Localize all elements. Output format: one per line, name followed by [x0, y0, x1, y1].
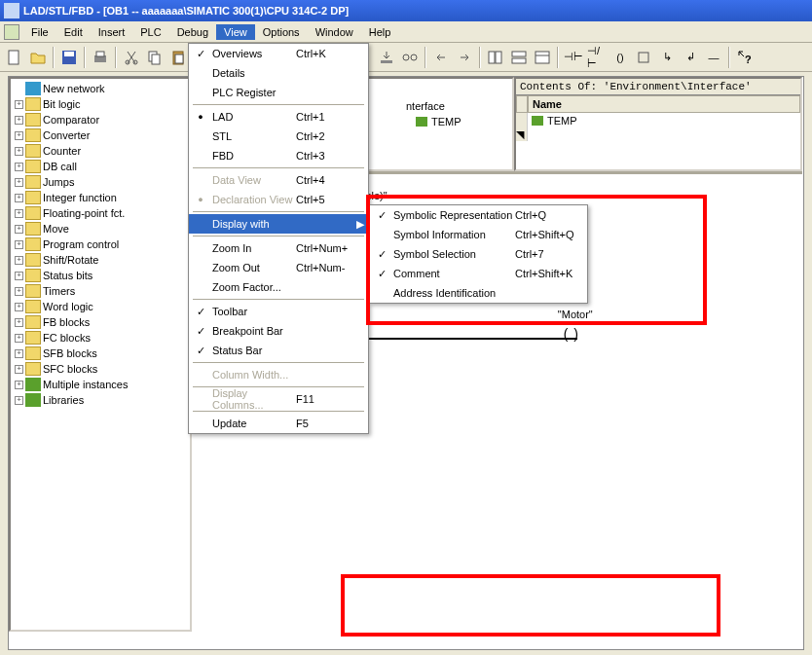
menu-item[interactable]: Display with▶ [189, 214, 368, 234]
expand-icon[interactable]: + [15, 381, 23, 389]
menu-item[interactable]: ✓Breakpoint Bar [189, 321, 368, 341]
tree-item[interactable]: +Shift/Rotate [13, 252, 188, 268]
menu-item[interactable]: ✓Toolbar [189, 302, 368, 321]
mdi-child-icon[interactable] [4, 24, 19, 40]
tree-item[interactable]: +FC blocks [13, 330, 188, 346]
tree-item[interactable]: +New network [13, 81, 188, 96]
open-icon[interactable] [27, 47, 49, 68]
nav-left-icon[interactable] [430, 47, 452, 68]
menu-item[interactable]: Address Identification [370, 283, 587, 303]
coil-icon[interactable]: () [609, 47, 631, 68]
expand-icon[interactable]: + [15, 287, 23, 296]
expand-icon[interactable]: + [15, 272, 23, 280]
branch-close-icon[interactable]: ↲ [680, 47, 701, 68]
interface-contents[interactable]: Contents Of: 'Environment\Interface' Nam… [514, 77, 802, 171]
tree-item[interactable]: +Counter [13, 143, 188, 159]
interface-temp[interactable]: TEMP [431, 116, 461, 127]
expand-icon[interactable]: + [15, 163, 23, 171]
detail-toggle-icon[interactable] [508, 47, 530, 68]
menu-debug[interactable]: Debug [169, 24, 216, 40]
new-icon[interactable] [4, 47, 25, 68]
expand-icon[interactable]: + [15, 256, 23, 265]
tree-item[interactable]: +Integer function [13, 190, 188, 205]
nav-right-icon[interactable] [454, 47, 475, 68]
menu-item[interactable]: ✓CommentCtrl+Shift+K [370, 264, 587, 283]
expand-icon[interactable]: + [15, 349, 23, 358]
expand-icon[interactable]: + [15, 318, 23, 327]
tree-item[interactable]: +Comparator [13, 112, 188, 127]
element-tree[interactable]: +New network+Bit logic+Comparator+Conver… [9, 77, 192, 632]
tree-item[interactable]: +Timers [13, 283, 188, 299]
menu-item[interactable]: Zoom Factor... [189, 277, 368, 297]
download-icon[interactable] [376, 47, 397, 68]
expand-icon[interactable]: + [15, 131, 23, 140]
cut-icon[interactable] [121, 47, 142, 68]
tree-item[interactable]: +Jumps [13, 174, 188, 190]
menu-item[interactable]: ✓OverviewsCtrl+K [189, 44, 368, 63]
closed-contact-icon[interactable]: ⊣/⊢ [586, 47, 608, 68]
display-with-submenu[interactable]: ✓Symbolic RepresentationCtrl+QSymbol Inf… [369, 204, 588, 304]
menu-item[interactable]: ✓Symbolic RepresentationCtrl+Q [370, 205, 587, 225]
menu-item[interactable]: ●LADCtrl+1 [189, 107, 368, 127]
open-contact-icon[interactable]: ⊣⊢ [563, 47, 584, 68]
menu-item[interactable]: PLC Register [189, 83, 368, 102]
expand-icon[interactable]: + [15, 240, 23, 249]
tree-item[interactable]: +Status bits [13, 268, 188, 283]
menu-options[interactable]: Options [255, 24, 308, 40]
menu-plc[interactable]: PLC [132, 24, 168, 40]
menu-item[interactable]: STLCtrl+2 [189, 127, 368, 146]
menu-item[interactable]: Details [189, 63, 368, 83]
menu-item[interactable]: FBDCtrl+3 [189, 146, 368, 165]
menu-item[interactable]: ✓Status Bar [189, 341, 368, 360]
tree-item[interactable]: +SFC blocks [13, 361, 188, 377]
expand-icon[interactable]: + [15, 147, 23, 156]
menu-item[interactable]: Zoom InCtrl+Num+ [189, 238, 368, 258]
temp-name[interactable]: TEMP [547, 115, 577, 127]
print-icon[interactable] [90, 47, 111, 68]
view-menu-dropdown[interactable]: ✓OverviewsCtrl+KDetailsPLC Register●LADC… [188, 43, 369, 434]
coil-motor[interactable]: "Motor" ( ) [564, 326, 579, 342]
menu-help[interactable]: Help [361, 24, 399, 40]
tree-item[interactable]: +DB call [13, 159, 188, 174]
register-toggle-icon[interactable] [532, 47, 553, 68]
menu-item[interactable]: ✓Symbol SelectionCtrl+7 [370, 244, 587, 264]
expand-icon[interactable]: + [15, 396, 23, 405]
overview-toggle-icon[interactable] [485, 47, 506, 68]
expand-icon[interactable]: + [15, 116, 23, 125]
menu-item[interactable]: UpdateF5 [189, 414, 368, 433]
menu-item[interactable]: Symbol InformationCtrl+Shift+Q [370, 225, 587, 244]
expand-icon[interactable]: + [15, 303, 23, 311]
expand-icon[interactable]: + [15, 194, 23, 202]
expand-icon[interactable]: + [15, 225, 23, 234]
help-icon[interactable]: ? [734, 47, 756, 68]
menu-insert[interactable]: Insert [91, 24, 133, 40]
menu-edit[interactable]: Edit [56, 24, 91, 40]
monitor-icon[interactable] [399, 47, 421, 68]
tree-item[interactable]: +Bit logic [13, 96, 188, 112]
tree-item[interactable]: +Floating-point fct. [13, 205, 188, 221]
menu-item[interactable]: Zoom OutCtrl+Num- [189, 258, 368, 277]
tree-item[interactable]: +Word logic [13, 299, 188, 314]
branch-open-icon[interactable]: ↳ [656, 47, 678, 68]
tree-item[interactable]: +Program control [13, 237, 188, 252]
menu-file[interactable]: File [23, 24, 56, 40]
tree-item[interactable]: +Converter [13, 127, 188, 143]
menu-view[interactable]: View [216, 24, 255, 40]
expand-icon[interactable]: + [15, 334, 23, 343]
tree-item[interactable]: +SFB blocks [13, 346, 188, 361]
connect-icon[interactable]: — [703, 47, 724, 68]
box-icon[interactable] [633, 47, 654, 68]
name-column-header[interactable]: Name [528, 95, 800, 113]
menu-window[interactable]: Window [308, 24, 361, 40]
expand-icon[interactable]: + [15, 178, 23, 187]
expand-icon[interactable]: + [15, 209, 23, 218]
expand-icon[interactable]: + [15, 100, 23, 109]
tree-item[interactable]: +FB blocks [13, 314, 188, 330]
expand-icon[interactable]: + [15, 365, 23, 374]
tree-item[interactable]: +Libraries [13, 392, 188, 408]
tree-item[interactable]: +Move [13, 221, 188, 237]
copy-icon[interactable] [144, 47, 166, 68]
tree-item[interactable]: +Multiple instances [13, 377, 188, 392]
paste-icon[interactable] [167, 47, 189, 68]
save-icon[interactable] [58, 47, 80, 68]
